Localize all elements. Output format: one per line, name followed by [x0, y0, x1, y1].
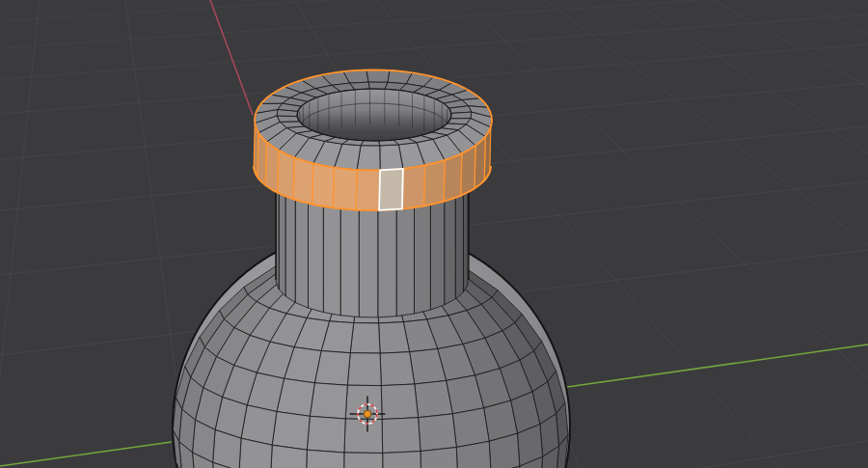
sphere-face: [344, 419, 383, 454]
sphere-face: [347, 353, 381, 386]
sphere-face: [415, 380, 453, 417]
active-face[interactable]: [379, 169, 403, 210]
neck-face: [340, 208, 359, 317]
selected-face[interactable]: [278, 151, 294, 200]
viewport-canvas[interactable]: [0, 0, 868, 468]
object-origin-dot: [364, 410, 371, 418]
rim-annulus-face: [450, 112, 472, 119]
sphere-face: [344, 453, 383, 468]
rim-bevel-face: [366, 70, 390, 83]
selected-face[interactable]: [402, 165, 425, 208]
selected-face[interactable]: [444, 153, 462, 202]
neck-face: [323, 206, 340, 316]
sphere-face: [383, 452, 421, 468]
sphere-face: [452, 408, 489, 448]
rim-annulus-face: [368, 82, 388, 89]
neck-face: [445, 198, 456, 305]
neck-face: [378, 209, 396, 317]
neck-face: [415, 205, 431, 314]
sphere-face: [380, 352, 415, 386]
neck-face: [285, 196, 295, 302]
sphere-face: [420, 448, 458, 468]
sphere-face: [381, 384, 418, 420]
neck-face: [396, 207, 414, 317]
selected-face[interactable]: [424, 160, 446, 206]
neck-face: [430, 202, 444, 311]
neck-face: [295, 200, 308, 308]
neck-face: [359, 210, 378, 317]
selected-face[interactable]: [293, 157, 313, 204]
selected-face[interactable]: [312, 163, 335, 207]
blender-viewport[interactable]: [0, 0, 868, 468]
neck-face: [276, 192, 279, 289]
selected-face[interactable]: [356, 170, 380, 210]
sphere-face: [307, 416, 345, 453]
sphere-face: [272, 412, 310, 451]
sphere-face: [306, 450, 344, 468]
sphere-face: [310, 383, 347, 419]
rim-bevel-face: [380, 145, 403, 171]
neck-face: [463, 192, 468, 291]
neck-face: [309, 204, 324, 313]
neck-face: [279, 193, 285, 296]
neck-face: [455, 195, 463, 299]
sphere-face: [350, 323, 380, 354]
selected-face[interactable]: [334, 168, 358, 210]
sphere-face: [382, 418, 420, 454]
sphere-face: [419, 414, 457, 452]
